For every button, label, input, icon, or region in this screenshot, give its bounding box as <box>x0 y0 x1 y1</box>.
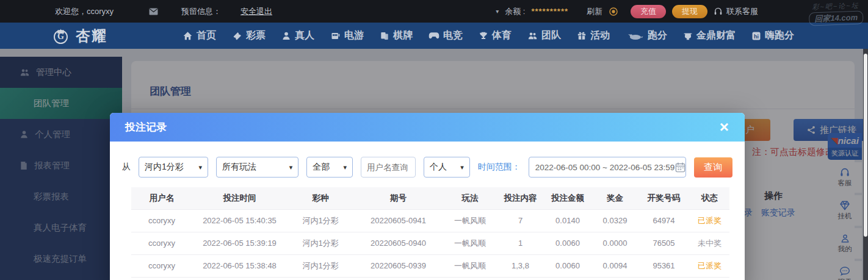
table-row: ccoryxy 2022-06-05 15:39:19 河内1分彩 202206… <box>131 232 729 254</box>
nav-item-sports[interactable]: 体育 <box>479 29 512 42</box>
refresh-link[interactable]: 刷新 <box>587 6 602 17</box>
ding-icon <box>683 31 693 41</box>
cell-bet-content: 1,3,8 <box>497 254 543 277</box>
bet-record-table: 用户名 投注时间 彩种 期号 玩法 投注内容 投注金额 奖金 开奖号码 状态 c… <box>131 187 729 278</box>
cell-lottery: 河内1分彩 <box>287 232 354 254</box>
playtype-select-value: 所有玩法 <box>222 162 256 173</box>
scope-select[interactable]: 全部 ▾ <box>306 157 353 178</box>
svg-text:hi: hi <box>754 33 759 39</box>
cell-status: 已派奖 <box>690 254 729 277</box>
chevron-down-icon[interactable]: ▾ <box>496 8 499 15</box>
col-header[interactable]: 状态 <box>690 187 729 209</box>
cell-draw-number: 64974 <box>638 209 690 232</box>
table-row: ccoryxy 2022-06-05 15:40:35 河内1分彩 202206… <box>131 209 729 232</box>
nav-item-activity[interactable]: 活动 <box>577 29 610 42</box>
chevron-down-icon: ▾ <box>289 163 293 171</box>
cell-bet-amount: 0.0140 <box>543 209 592 232</box>
cell-draw-number: 76505 <box>638 232 690 254</box>
col-header[interactable]: 彩种 <box>287 187 354 209</box>
brand-logo[interactable]: G 杏耀 <box>54 26 107 46</box>
calendar-icon <box>675 162 686 173</box>
nav-label: 金鼎财富 <box>696 29 736 42</box>
status-badge: 未中奖 <box>698 239 722 248</box>
main-navbar: G 杏耀 首页 彩票 真人 电游 棋牌 电竞 体育 <box>0 23 868 49</box>
logout-link[interactable]: 安全退出 <box>241 6 272 17</box>
cell-prize: 0.0094 <box>592 254 638 277</box>
nav-item-jinding[interactable]: 金鼎财富 <box>683 29 736 42</box>
nav-item-live[interactable]: 真人 <box>281 29 314 42</box>
table-row: ccoryxy 2022-06-05 15:38:48 河内1分彩 202206… <box>131 254 729 277</box>
contact-service-label: 联系客服 <box>726 6 758 17</box>
nav-item-esports[interactable]: 电竞 <box>429 29 463 42</box>
cell-status: 已派奖 <box>690 209 729 232</box>
nav-item-home[interactable]: 首页 <box>183 29 216 42</box>
query-button[interactable]: 查询 <box>694 157 732 178</box>
col-header[interactable]: 奖金 <box>592 187 638 209</box>
nav-label: 团队 <box>541 29 561 42</box>
brand-initial: G <box>54 30 68 44</box>
nav-label: 跑分 <box>648 29 667 42</box>
date-range-value: 2022-06-05 00:00 ~ 2022-06-05 23:59 <box>535 163 675 172</box>
col-header[interactable]: 投注时间 <box>192 187 287 209</box>
nav-item-lottery[interactable]: 彩票 <box>232 29 266 42</box>
cell-lottery: 河内1分彩 <box>287 254 354 277</box>
cell-playtype: 一帆风顺 <box>443 209 497 232</box>
modal-header: 投注记录 <box>110 113 745 142</box>
date-range-input[interactable]: 2022-06-05 00:00 ~ 2022-06-05 23:59 <box>529 157 686 178</box>
nav-item-boardgames[interactable]: 棋牌 <box>380 29 413 42</box>
hi-icon: hi <box>751 31 761 41</box>
ticket-icon <box>232 31 242 41</box>
col-header[interactable]: 玩法 <box>443 187 497 209</box>
tiles-icon <box>380 31 389 41</box>
lottery-select[interactable]: 河内1分彩 ▾ <box>139 157 208 178</box>
contact-service-button[interactable]: 联系客服 <box>714 6 758 17</box>
recharge-button[interactable]: 充值 <box>631 5 666 18</box>
nav-label: 彩票 <box>246 29 266 42</box>
slot-machine-icon <box>330 31 341 41</box>
person-select[interactable]: 个人 ▾ <box>424 157 470 178</box>
scrollbar-thumb[interactable] <box>864 54 867 237</box>
nav-item-paofen[interactable]: 跑分 <box>626 29 667 42</box>
trophy-icon <box>479 31 488 41</box>
rhino-icon <box>626 31 644 41</box>
cell-bet-amount: 0.0060 <box>543 254 592 277</box>
nav-item-team[interactable]: 团队 <box>527 29 561 42</box>
nav-label: 电游 <box>344 29 364 42</box>
modal-title: 投注记录 <box>125 120 167 134</box>
chevron-down-icon: ▾ <box>343 163 347 171</box>
close-icon[interactable]: × <box>720 118 729 135</box>
gift-icon <box>577 31 587 41</box>
nav-item-haipaofen[interactable]: hi 嗨跑分 <box>751 29 794 42</box>
col-header[interactable]: 投注内容 <box>497 187 543 209</box>
cell-username: ccoryxy <box>131 232 192 254</box>
playtype-select[interactable]: 所有玩法 ▾ <box>216 157 298 178</box>
username-search-input[interactable] <box>361 157 416 178</box>
cell-bet-time: 2022-06-05 15:40:35 <box>192 209 287 232</box>
nav-items: 首页 彩票 真人 电游 棋牌 电竞 体育 团队 <box>175 29 802 42</box>
modal-filters: 从 河内1分彩 ▾ 所有玩法 ▾ 全部 ▾ 个人 ▾ 时间范围： 2022-06… <box>122 157 732 178</box>
live-person-icon <box>281 31 291 41</box>
col-header[interactable]: 投注金额 <box>543 187 592 209</box>
nav-label: 嗨跑分 <box>765 29 794 42</box>
scrollbar[interactable] <box>863 49 868 280</box>
cell-username: ccoryxy <box>131 254 192 277</box>
balance-masked-value: ********** <box>531 7 568 16</box>
cell-issue: 20220605-0940 <box>354 232 443 254</box>
cell-bet-amount: 0.0060 <box>543 232 592 254</box>
chevron-down-icon: ▾ <box>199 163 203 171</box>
cell-lottery: 河内1分彩 <box>287 209 354 232</box>
status-badge: 已派奖 <box>698 216 722 225</box>
eye-icon[interactable] <box>609 7 618 16</box>
cell-bet-content: 1 <box>497 232 543 254</box>
reserved-info-label: 预留信息： <box>181 6 221 17</box>
mail-icon[interactable] <box>149 8 158 15</box>
withdraw-button[interactable]: 提现 <box>672 5 707 18</box>
chevron-down-icon: ▾ <box>460 163 464 171</box>
nav-item-egame[interactable]: 电游 <box>330 29 364 42</box>
nav-label: 活动 <box>590 29 610 42</box>
col-header[interactable]: 用户名 <box>131 187 192 209</box>
lottery-select-value: 河内1分彩 <box>145 162 184 173</box>
col-header[interactable]: 期号 <box>354 187 443 209</box>
nav-label: 电竞 <box>443 29 463 42</box>
col-header[interactable]: 开奖号码 <box>638 187 690 209</box>
